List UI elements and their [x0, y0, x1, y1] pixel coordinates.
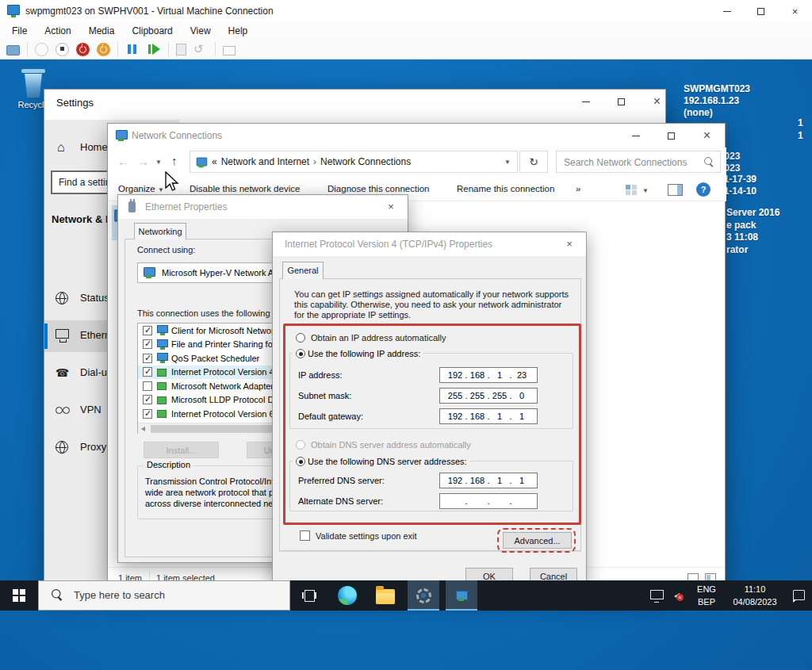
- stop-icon[interactable]: [56, 43, 69, 56]
- preview-pane-icon[interactable]: [668, 184, 683, 196]
- octet-value: 192: [446, 412, 465, 421]
- rename-connection-button[interactable]: Rename this connection: [457, 184, 554, 193]
- up-icon[interactable]: ↑: [171, 154, 178, 167]
- menu-file[interactable]: File: [12, 25, 27, 36]
- radio-use-dns[interactable]: [296, 457, 305, 466]
- connect-using-label: Connect using:: [137, 245, 195, 255]
- nc-search-input[interactable]: Search Network Connections: [556, 151, 721, 173]
- install-button[interactable]: Install...: [144, 442, 219, 458]
- nc-close-button[interactable]: ×: [689, 124, 725, 147]
- checkbox[interactable]: [143, 354, 152, 363]
- radio-obtain-ip[interactable]: [296, 333, 305, 343]
- validate-checkbox[interactable]: [300, 530, 310, 541]
- use-ip-legend: Use the following IP address:: [293, 347, 423, 358]
- forward-icon[interactable]: →: [137, 155, 149, 168]
- power-icon[interactable]: [35, 43, 48, 56]
- enhanced-session-icon[interactable]: [223, 46, 236, 56]
- toolbar-overflow[interactable]: »: [576, 184, 580, 193]
- checkpoint-icon[interactable]: [176, 44, 186, 56]
- organize-menu[interactable]: Organize ▼: [118, 184, 164, 193]
- turn-off-icon[interactable]: [76, 43, 90, 56]
- breadcrumb-chevron: «: [212, 156, 217, 167]
- settings-minimize-button[interactable]: [568, 90, 603, 113]
- view-tiles-icon[interactable]: [626, 185, 637, 195]
- scroll-left-icon[interactable]: [141, 427, 145, 431]
- task-view-button[interactable]: [293, 580, 325, 611]
- breadcrumb-part1[interactable]: Network and Internet: [221, 156, 309, 167]
- clock[interactable]: 11:1004/08/2023: [726, 583, 783, 608]
- recycle-bin-icon: [21, 69, 45, 73]
- ip-field[interactable]: 192.168.1.1: [439, 473, 538, 488]
- monitors-icon: [157, 325, 168, 333]
- ip-field[interactable]: ...: [439, 493, 538, 509]
- advanced-button[interactable]: Advanced...: [503, 532, 572, 549]
- settings-close-button[interactable]: ×: [639, 90, 675, 113]
- shutdown-icon[interactable]: [97, 43, 110, 56]
- history-chevron-icon[interactable]: ▼: [155, 159, 162, 166]
- host-toolbar: ↺: [0, 40, 812, 59]
- ip-field[interactable]: 192.168.1.1: [439, 408, 538, 424]
- adapter-icon: [157, 369, 167, 377]
- menu-view[interactable]: View: [190, 25, 211, 36]
- action-center-icon[interactable]: [793, 590, 805, 600]
- ethernet-dialog-close-icon[interactable]: ×: [381, 199, 401, 215]
- ipv4-dialog-close-icon[interactable]: ×: [559, 236, 580, 252]
- host-close-button[interactable]: ×: [778, 0, 812, 22]
- intro-line: for the appropriate IP settings.: [294, 310, 411, 320]
- view-chevron-icon[interactable]: ▼: [642, 187, 649, 194]
- address-chevron-icon[interactable]: ▼: [504, 159, 517, 166]
- refresh-button[interactable]: ↻: [519, 151, 548, 173]
- octet-value: 255: [468, 391, 487, 400]
- ip-field[interactable]: 255.255.255.0: [439, 388, 538, 404]
- menu-media[interactable]: Media: [89, 25, 115, 36]
- file-explorer-button[interactable]: [370, 580, 401, 611]
- sidebar-item-label: Proxy: [80, 441, 106, 453]
- settings-maximize-button[interactable]: [603, 90, 639, 113]
- breadcrumb-part2[interactable]: Network Connections: [320, 156, 411, 167]
- validate-label: Validate settings upon exit: [316, 531, 417, 541]
- radio-obtain-ip-label: Obtain an IP address automatically: [311, 333, 446, 343]
- menu-help[interactable]: Help: [228, 25, 248, 36]
- radio-obtain-dns[interactable]: [296, 440, 305, 450]
- menu-action[interactable]: Action: [44, 25, 71, 36]
- language-indicator[interactable]: ENGBEP: [693, 583, 720, 608]
- radio-use-ip-label: Use the following IP address:: [308, 349, 420, 358]
- octet-value: 192: [446, 476, 465, 485]
- settings-taskbar-button[interactable]: [408, 580, 439, 611]
- network-connections-taskbar-button[interactable]: [446, 580, 477, 611]
- nc-minimize-button[interactable]: [618, 124, 653, 147]
- ipv4-properties-dialog: Internet Protocol Version 4 (TCP/IPv4) P…: [272, 232, 587, 587]
- tab-networking[interactable]: Networking: [134, 223, 186, 239]
- menu-clipboard[interactable]: Clipboard: [132, 25, 172, 36]
- resume-icon[interactable]: [147, 42, 161, 56]
- revert-icon[interactable]: ↺: [193, 42, 208, 56]
- disable-device-button[interactable]: Disable this network device: [190, 184, 300, 193]
- ip-field[interactable]: 192.168.1.23: [439, 367, 538, 383]
- octet-dot: .: [509, 496, 512, 506]
- checkbox[interactable]: [143, 395, 152, 404]
- nc-maximize-button[interactable]: [653, 124, 689, 147]
- help-icon[interactable]: ?: [696, 182, 710, 197]
- checkbox[interactable]: [143, 326, 152, 335]
- address-bar[interactable]: « Network and Internet › Network Connect…: [190, 151, 518, 173]
- radio-use-ip[interactable]: [296, 349, 305, 358]
- volume-muted-icon[interactable]: ×: [671, 590, 684, 601]
- edge-button[interactable]: [331, 580, 363, 611]
- back-icon[interactable]: ←: [117, 155, 129, 168]
- tab-general[interactable]: General: [282, 262, 324, 279]
- address-icon: [196, 156, 207, 167]
- checkbox[interactable]: [143, 409, 152, 419]
- checkbox[interactable]: [143, 381, 152, 391]
- ethernet-dialog-title: Ethernet Properties: [145, 201, 227, 212]
- taskbar-search-input[interactable]: Type here to search: [38, 580, 290, 611]
- host-maximize-button[interactable]: [744, 0, 778, 22]
- field-label: Default gateway:: [298, 412, 363, 421]
- diagnose-connection-button[interactable]: Diagnose this connection: [327, 184, 430, 193]
- checkbox[interactable]: [143, 367, 152, 377]
- pause-icon[interactable]: [125, 42, 140, 56]
- start-button[interactable]: [0, 580, 38, 611]
- ctrl-alt-del-icon[interactable]: [6, 45, 20, 56]
- network-tray-icon[interactable]: [650, 590, 664, 599]
- host-minimize-button[interactable]: [710, 0, 744, 22]
- checkbox[interactable]: [143, 339, 152, 349]
